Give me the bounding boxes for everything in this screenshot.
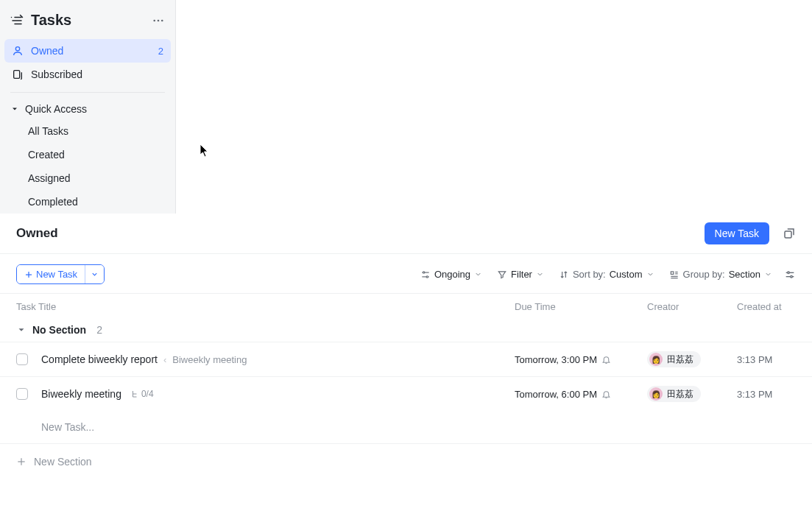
chevron-left-icon: ‹ [163,354,166,365]
qa-item-completed[interactable]: Completed [0,190,175,214]
task-checkbox[interactable] [16,353,28,365]
chevron-down-icon [536,270,544,278]
view-settings-icon[interactable] [784,269,796,281]
more-icon[interactable] [152,14,165,27]
qa-item-assigned[interactable]: Assigned [0,166,175,190]
quick-access-label: Quick Access [25,103,87,115]
svg-point-22 [788,272,790,274]
task-row[interactable]: Biweekly meeting 0/4 Tomorrow, 6:00 PM 👩… [0,376,812,411]
chevron-down-icon [474,270,482,278]
sidebar-item-label: Owned [31,45,151,57]
svg-point-3 [153,19,155,21]
qa-item-all-tasks[interactable]: All Tasks [0,119,175,143]
svg-point-5 [161,19,163,21]
chevron-down-icon [10,105,19,113]
new-task-dropdown-button[interactable] [85,265,104,283]
avatar: 👩 [649,387,663,401]
col-created-at: Created at [737,301,796,312]
user-icon [12,45,24,57]
page-title: Owned [16,226,705,241]
chevron-down-icon [646,270,654,278]
svg-rect-8 [785,231,791,238]
group-icon [669,269,679,280]
app-title: Tasks [31,12,71,29]
svg-point-13 [423,271,424,272]
task-created-at: 3:13 PM [737,389,796,400]
filter-label: Filter [511,269,532,280]
sidebar: Tasks Owned 2 Subscribed Quick Access Al… [0,0,176,214]
task-title: Biweekly meeting [41,388,121,400]
sidebar-item-subscribed[interactable]: Subscribed [4,63,171,86]
ongoing-icon [420,269,431,280]
sort-icon [559,269,569,280]
main-content: Owned New Task New Task Ongoing [0,214,812,479]
col-creator: Creator [647,301,737,312]
new-task-input[interactable]: New Task... [0,411,812,444]
svg-point-6 [15,47,19,51]
sort-value: Custom [610,269,643,280]
new-task-split-button: New Task [16,264,105,284]
svg-rect-15 [671,271,674,274]
filter-icon [497,269,507,280]
svg-point-23 [791,275,793,278]
sidebar-header: Tasks [0,7,175,36]
group-value: Section [729,269,760,280]
svg-point-4 [158,19,160,21]
section-header[interactable]: No Section 2 [0,317,812,342]
sort-label: Sort by: [573,269,606,280]
creator-name: 田荔荔 [667,388,693,401]
tasks-app-icon [10,14,24,27]
bell-icon [601,355,611,364]
chevron-down-icon [764,270,772,278]
new-section-button[interactable]: New Section [0,444,812,479]
sidebar-item-count: 2 [158,46,163,57]
toolbar: New Task Ongoing Filter Sort b [0,254,812,294]
qa-item-created[interactable]: Created [0,143,175,166]
mouse-cursor [200,144,210,161]
avatar: 👩 [649,353,663,366]
task-created-at: 3:13 PM [737,354,796,365]
nav-divider [10,92,165,93]
new-task-button[interactable]: New Task [705,222,769,244]
task-parent-label: Biweekly meeting [172,354,247,365]
new-task-small-label: New Task [36,269,77,280]
task-due: Tomorrow, 6:00 PM [515,389,597,400]
sidebar-item-owned[interactable]: Owned 2 [4,39,171,63]
group-label: Group by: [683,269,725,280]
plus-icon [24,270,33,279]
task-title: Complete biweekly report [41,353,158,365]
subtask-count: 0/4 [141,389,154,399]
subscribe-icon [12,68,24,80]
svg-point-14 [426,275,428,277]
sort-button[interactable]: Sort by: Custom [556,266,657,283]
new-section-label: New Section [34,456,92,468]
task-checkbox[interactable] [16,388,28,400]
task-due: Tomorrow, 3:00 PM [515,354,597,365]
ongoing-label: Ongoing [434,269,470,280]
filter-ongoing[interactable]: Ongoing [417,266,485,283]
col-title: Task Title [16,301,515,312]
filter-button[interactable]: Filter [494,266,547,283]
new-task-small-button[interactable]: New Task [17,265,85,283]
svg-rect-7 [14,71,20,79]
bell-icon [601,390,611,399]
creator-chip[interactable]: 👩 田荔荔 [647,351,701,367]
group-button[interactable]: Group by: Section [666,266,775,283]
open-external-icon[interactable] [783,227,796,240]
creator-chip[interactable]: 👩 田荔荔 [647,386,701,402]
section-name: No Section [32,324,86,336]
topbar: Owned New Task [0,214,812,254]
chevron-down-icon [16,325,27,335]
sidebar-item-label: Subscribed [31,68,163,80]
column-header-row: Task Title Due Time Creator Created at [0,294,812,317]
task-row[interactable]: Complete biweekly report ‹ Biweekly meet… [0,342,812,376]
col-due: Due Time [515,301,647,312]
creator-name: 田荔荔 [667,353,693,366]
quick-access-header[interactable]: Quick Access [0,96,175,119]
section-count: 2 [96,324,102,336]
subtask-count-chip: 0/4 [130,389,154,399]
plus-icon [16,457,27,467]
